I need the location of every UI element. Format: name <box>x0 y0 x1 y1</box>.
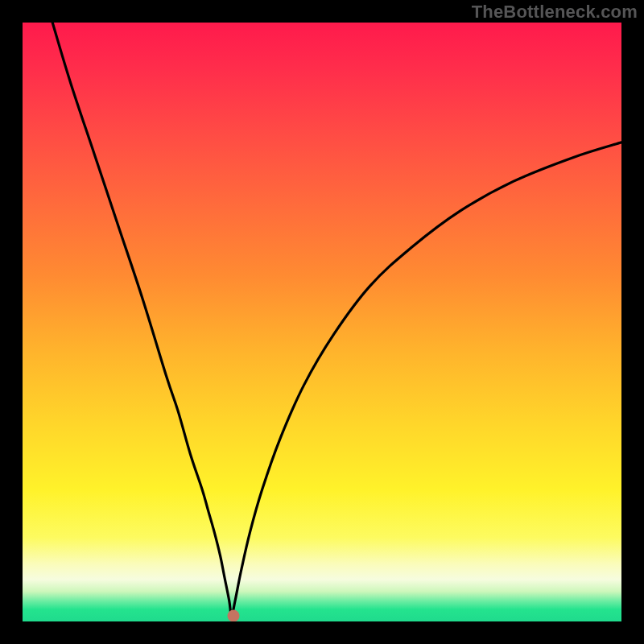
plot-area <box>23 23 621 621</box>
chart-frame: TheBottleneck.com <box>0 0 644 644</box>
optimal-point-marker <box>227 610 239 621</box>
bottleneck-curve <box>52 23 621 616</box>
curve-layer <box>23 23 621 621</box>
watermark-text: TheBottleneck.com <box>472 2 638 23</box>
